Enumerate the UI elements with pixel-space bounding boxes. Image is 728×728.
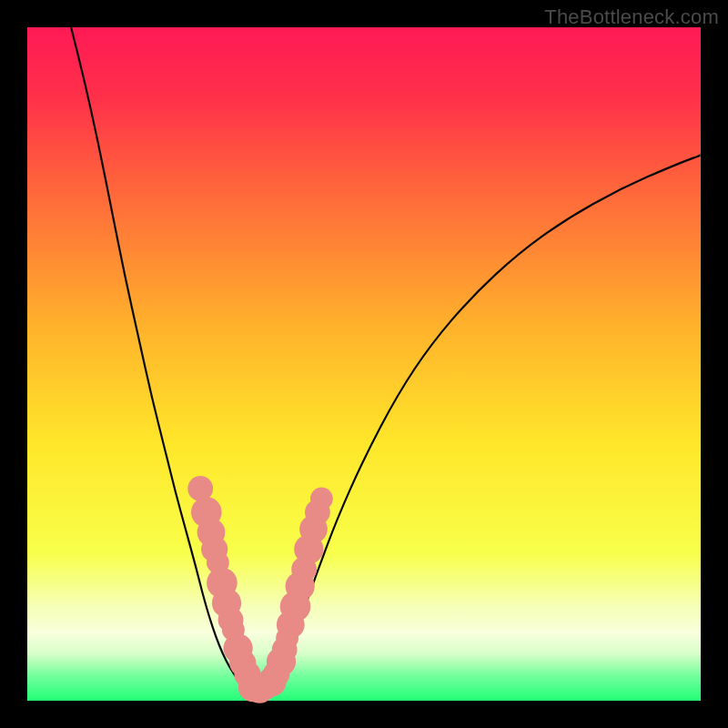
bead-point (310, 488, 333, 511)
bottleneck-curve (71, 27, 701, 691)
chart-frame: TheBottleneck.com (0, 0, 728, 728)
plot-area (27, 27, 701, 701)
bead-cluster (187, 476, 332, 703)
watermark-text: TheBottleneck.com (544, 5, 719, 29)
curve-layer (27, 27, 701, 701)
